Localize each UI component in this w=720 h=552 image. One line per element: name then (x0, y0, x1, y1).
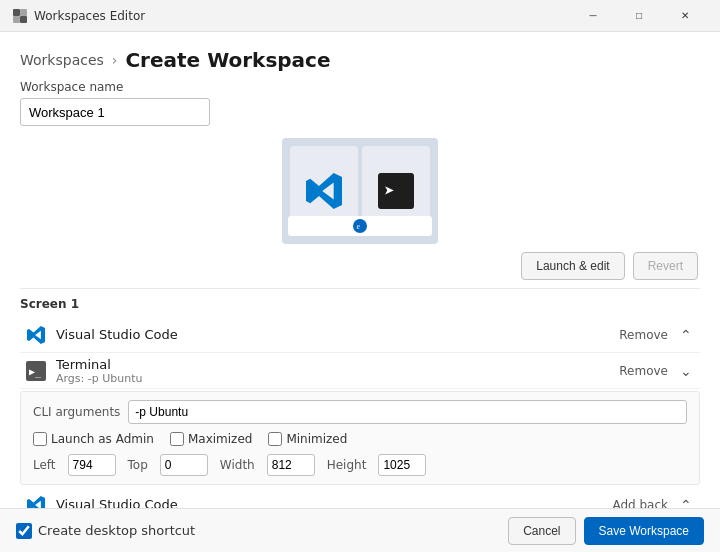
position-row: Left Top Width Height (33, 454, 687, 476)
svg-rect-1 (20, 9, 27, 16)
footer: Create desktop shortcut Cancel Save Work… (0, 508, 720, 552)
app-action-vscode2: Add back (612, 498, 668, 509)
maximize-button[interactable]: □ (616, 0, 662, 32)
vscode-icon-2 (24, 493, 48, 509)
breadcrumb: Workspaces › Create Workspace (20, 48, 700, 72)
page-title: Create Workspace (125, 48, 330, 72)
preview-area: ➤ e (20, 138, 700, 244)
app-name-vscode1: Visual Studio Code (56, 327, 619, 342)
footer-buttons: Cancel Save Workspace (508, 517, 704, 545)
revert-button[interactable]: Revert (633, 252, 698, 280)
left-input[interactable] (68, 454, 116, 476)
action-row: Launch & edit Revert (20, 252, 700, 280)
launch-as-admin-checkbox[interactable] (33, 432, 47, 446)
svg-rect-2 (13, 16, 20, 23)
breadcrumb-separator: › (112, 52, 118, 68)
app-name-vscode2: Visual Studio Code (56, 497, 612, 508)
terminal-subtitle: Args: -p Ubuntu (56, 372, 619, 385)
minimized-checkbox-label[interactable]: Minimized (268, 432, 347, 446)
app-action-vscode1: Remove (619, 328, 668, 342)
app-action-terminal: Remove (619, 364, 668, 378)
launch-as-admin-checkbox-label[interactable]: Launch as Admin (33, 432, 154, 446)
maximized-text: Maximized (188, 432, 252, 446)
height-label: Height (327, 458, 367, 472)
close-button[interactable]: ✕ (662, 0, 708, 32)
height-input[interactable] (378, 454, 426, 476)
svg-rect-3 (20, 16, 27, 23)
launch-as-admin-text: Launch as Admin (51, 432, 154, 446)
title-bar: Workspaces Editor ─ □ ✕ (0, 0, 720, 32)
width-label: Width (220, 458, 255, 472)
svg-rect-0 (13, 9, 20, 16)
breadcrumb-parent[interactable]: Workspaces (20, 52, 104, 68)
minimize-button[interactable]: ─ (570, 0, 616, 32)
vscode-icon-1 (24, 323, 48, 347)
width-input[interactable] (267, 454, 315, 476)
top-input[interactable] (160, 454, 208, 476)
app-icon (12, 8, 28, 24)
cancel-button[interactable]: Cancel (508, 517, 575, 545)
cli-args-input[interactable] (128, 400, 687, 424)
top-label: Top (128, 458, 148, 472)
header: Workspaces › Create Workspace (0, 32, 720, 80)
desktop-shortcut-checkbox[interactable] (16, 523, 32, 539)
chevron-down-vscode2[interactable]: ⌃ (676, 495, 696, 509)
content-area: Workspace name ➤ (0, 80, 720, 508)
preview-taskbar: e (288, 216, 432, 236)
preview-container: ➤ e (282, 138, 438, 244)
workspace-name-group: Workspace name (20, 80, 700, 126)
chevron-down-vscode1[interactable]: ⌃ (676, 325, 696, 345)
save-workspace-button[interactable]: Save Workspace (584, 517, 705, 545)
title-bar-controls: ─ □ ✕ (570, 0, 708, 32)
workspace-name-input[interactable] (20, 98, 210, 126)
maximized-checkbox-label[interactable]: Maximized (170, 432, 252, 446)
minimized-checkbox[interactable] (268, 432, 282, 446)
svg-text:e: e (357, 222, 361, 231)
terminal-app-row: ▶_ Terminal Args: -p Ubuntu Remove ⌄ (20, 353, 700, 389)
svg-text:➤: ➤ (384, 180, 395, 201)
chevron-up-terminal[interactable]: ⌄ (676, 361, 696, 381)
launch-edit-button[interactable]: Launch & edit (521, 252, 624, 280)
screen-label: Screen 1 (20, 297, 700, 311)
title-bar-text: Workspaces Editor (34, 9, 570, 23)
terminal-icon: ▶_ (24, 359, 48, 383)
minimized-text: Minimized (286, 432, 347, 446)
screen-section: Screen 1 Visual Studio Code Remove ⌃ ▶_ (20, 288, 700, 508)
app-name-terminal: Terminal Args: -p Ubuntu (56, 357, 619, 385)
checkbox-row: Launch as Admin Maximized Minimized (33, 432, 687, 446)
app-row-vscode2: Visual Studio Code Add back ⌃ (20, 487, 700, 508)
workspace-name-label: Workspace name (20, 80, 700, 94)
maximized-checkbox[interactable] (170, 432, 184, 446)
cli-args-label: CLI arguments (33, 405, 120, 419)
desktop-shortcut-text: Create desktop shortcut (38, 523, 195, 538)
desktop-shortcut-label[interactable]: Create desktop shortcut (16, 523, 508, 539)
left-label: Left (33, 458, 56, 472)
app-row: Visual Studio Code Remove ⌃ (20, 317, 700, 353)
cli-args-row: CLI arguments (33, 400, 687, 424)
svg-text:▶_: ▶_ (29, 366, 42, 378)
main-container: Workspaces › Create Workspace Workspace … (0, 32, 720, 552)
terminal-expanded-panel: CLI arguments Launch as Admin Maximized … (20, 391, 700, 485)
